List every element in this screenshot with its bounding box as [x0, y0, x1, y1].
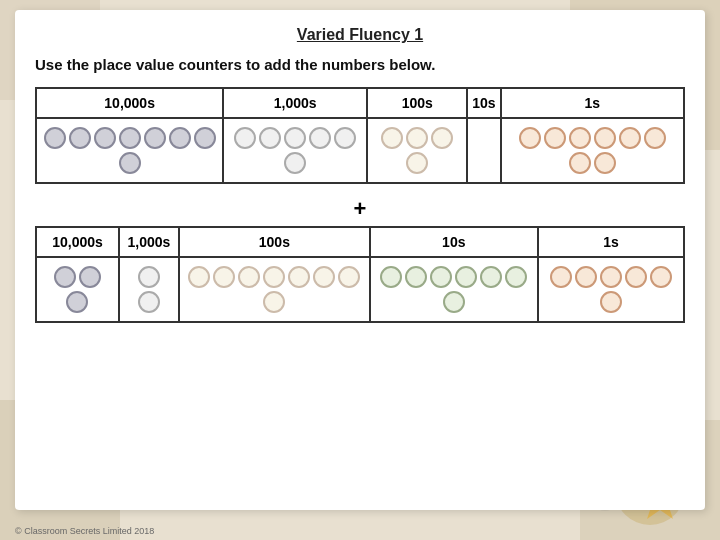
table-1-header-row: 10,000s 1,000s 100s 10s 1s: [36, 88, 684, 118]
counter: [119, 152, 141, 174]
counter: [44, 127, 66, 149]
col-header-10000s: 10,000s: [36, 88, 223, 118]
cell-t2-10000s: [36, 257, 119, 322]
counter: [381, 127, 403, 149]
counter: [405, 266, 427, 288]
table-2-counter-row: [36, 257, 684, 322]
counter: [194, 127, 216, 149]
cell-t1-1s: [501, 118, 684, 183]
cell-t2-10s: [370, 257, 538, 322]
cell-t1-10000s: [36, 118, 223, 183]
counter: [575, 266, 597, 288]
counter: [380, 266, 402, 288]
counters-t1-1s: [508, 127, 677, 174]
counter: [263, 266, 285, 288]
counter: [238, 266, 260, 288]
counter: [138, 266, 160, 288]
counter: [144, 127, 166, 149]
cell-t2-1000s: [119, 257, 179, 322]
counter: [334, 127, 356, 149]
counter: [284, 152, 306, 174]
cell-t1-100s: [367, 118, 467, 183]
counter: [288, 266, 310, 288]
col2-header-1s: 1s: [538, 227, 684, 257]
counter: [544, 127, 566, 149]
counters-t2-10s: [377, 266, 531, 313]
counter: [569, 152, 591, 174]
instruction-text: Use the place value counters to add the …: [35, 56, 685, 73]
counter: [234, 127, 256, 149]
table-1: 10,000s 1,000s 100s 10s 1s: [35, 87, 685, 184]
counter: [519, 127, 541, 149]
counter: [309, 127, 331, 149]
main-card: Varied Fluency 1 Use the place value cou…: [15, 10, 705, 510]
counter: [600, 291, 622, 313]
counter: [54, 266, 76, 288]
counter: [313, 266, 335, 288]
counter: [594, 127, 616, 149]
table-2: 10,000s 1,000s 100s 10s 1s: [35, 226, 685, 323]
counter: [594, 152, 616, 174]
page-title: Varied Fluency 1: [35, 26, 685, 44]
cell-t2-1s: [538, 257, 684, 322]
col-header-1s: 1s: [501, 88, 684, 118]
counter: [263, 291, 285, 313]
counters-t1-100s: [374, 127, 460, 174]
counter: [569, 127, 591, 149]
table-1-counter-row: [36, 118, 684, 183]
counter: [406, 152, 428, 174]
counter: [284, 127, 306, 149]
cell-t2-100s: [179, 257, 370, 322]
counter: [650, 266, 672, 288]
counter: [188, 266, 210, 288]
counter: [338, 266, 360, 288]
counter: [169, 127, 191, 149]
counters-t1-10000s: [43, 127, 216, 174]
counter: [480, 266, 502, 288]
counter: [505, 266, 527, 288]
counter: [625, 266, 647, 288]
counter: [119, 127, 141, 149]
counter: [69, 127, 91, 149]
counter: [94, 127, 116, 149]
col2-header-10000s: 10,000s: [36, 227, 119, 257]
counter: [455, 266, 477, 288]
counter: [259, 127, 281, 149]
counter: [213, 266, 235, 288]
counter: [79, 266, 101, 288]
counter: [406, 127, 428, 149]
counter: [430, 266, 452, 288]
counter: [431, 127, 453, 149]
table-2-header-row: 10,000s 1,000s 100s 10s 1s: [36, 227, 684, 257]
col2-header-100s: 100s: [179, 227, 370, 257]
cell-t1-1000s: [223, 118, 367, 183]
counter: [550, 266, 572, 288]
counter: [138, 291, 160, 313]
counters-t2-100s: [186, 266, 363, 313]
counter: [644, 127, 666, 149]
col-header-10s: 10s: [467, 88, 500, 118]
counter: [443, 291, 465, 313]
col2-header-10s: 10s: [370, 227, 538, 257]
counter: [66, 291, 88, 313]
counter: [619, 127, 641, 149]
col-header-1000s: 1,000s: [223, 88, 367, 118]
col-header-100s: 100s: [367, 88, 467, 118]
counter: [600, 266, 622, 288]
footer-text: © Classroom Secrets Limited 2018: [15, 526, 154, 536]
counters-t2-10000s: [43, 266, 112, 313]
counters-t1-1000s: [230, 127, 360, 174]
counters-t2-1s: [545, 266, 677, 313]
col2-header-1000s: 1,000s: [119, 227, 179, 257]
counters-t2-1000s: [126, 266, 172, 313]
plus-sign: +: [35, 192, 685, 226]
cell-t1-10s: [467, 118, 500, 183]
